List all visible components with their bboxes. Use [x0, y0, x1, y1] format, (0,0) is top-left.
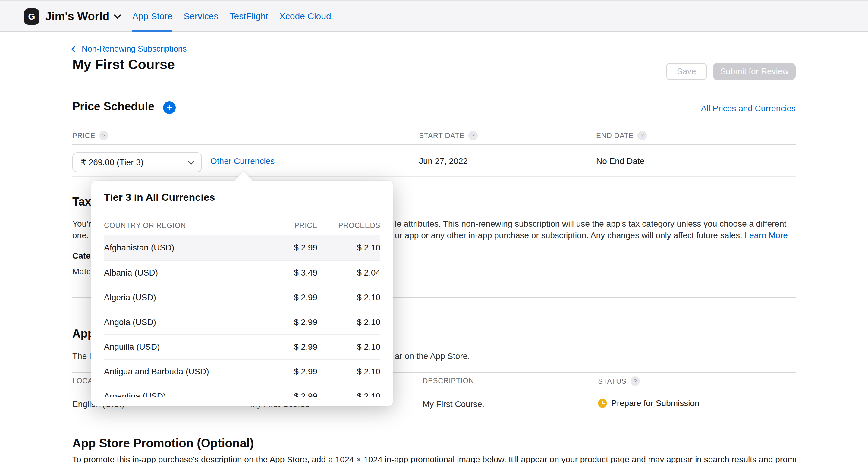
price-cell: $ 2.99	[269, 392, 317, 397]
tab-testflight[interactable]: TestFlight	[229, 1, 268, 32]
promotion-paragraph-clipped: To promote this in-app purchase's descri…	[72, 455, 796, 463]
proceeds-cell: $ 2.10	[317, 317, 380, 327]
chevron-down-icon	[114, 11, 121, 19]
proceeds-column-label: PROCEEDS	[317, 221, 380, 230]
proceeds-cell: $ 2.10	[317, 342, 380, 352]
proceeds-cell: $ 2.10	[317, 293, 380, 302]
table-row[interactable]: Antigua and Barbuda (USD) $ 2.99 $ 2.10	[104, 359, 380, 384]
start-date-value: Jun 27, 2022	[419, 156, 468, 166]
end-date-value: No End Date	[596, 156, 644, 166]
country-cell: Angola (USD)	[104, 317, 269, 327]
proceeds-cell: $ 2.10	[317, 392, 380, 397]
price-cell: $ 2.99	[269, 243, 317, 253]
popover-title-divider	[104, 212, 380, 212]
price-cell: $ 2.99	[269, 342, 317, 352]
top-navigation-bar: G Jim's World App Store Services TestFli…	[0, 0, 868, 32]
country-column-label: COUNTRY OR REGION	[104, 221, 269, 230]
table-row[interactable]: Algeria (USD) $ 2.99 $ 2.10	[104, 285, 380, 310]
all-prices-and-currencies-link[interactable]: All Prices and Currencies	[701, 104, 796, 113]
tab-app-store[interactable]: App Store	[132, 1, 173, 32]
tax-paragraph-right-line2: ur app or any other in-app purchase or s…	[395, 230, 788, 240]
price-column-label: PRICE	[269, 221, 317, 230]
price-column-label: PRICE	[72, 131, 95, 140]
tax-paragraph-right-line1: le attributes. This non-renewing subscri…	[395, 219, 786, 229]
description-column-label: DESCRIPTION	[423, 376, 474, 385]
column-header-end-date: END DATE ?	[596, 131, 647, 140]
localizations-paragraph-right: ar on the App Store.	[395, 351, 470, 361]
table-row[interactable]: Albania (USD) $ 3.49 $ 2.04	[104, 260, 380, 285]
status-column-label: STATUS	[598, 377, 627, 385]
column-header-status: STATUS ?	[598, 376, 640, 386]
help-icon[interactable]: ?	[468, 131, 478, 140]
country-cell: Argentina (USD)	[104, 392, 269, 397]
status-badge: Prepare for Submission	[598, 399, 700, 408]
column-header-description: DESCRIPTION	[423, 376, 474, 385]
tax-section-heading: Tax	[72, 195, 91, 208]
proceeds-cell: $ 2.04	[317, 268, 380, 278]
column-header-localization: LOCA	[72, 376, 93, 385]
team-avatar-letter: G	[28, 11, 35, 22]
table-header-divider	[72, 144, 796, 145]
table-row[interactable]: Argentina (USD) $ 2.99 $ 2.10	[104, 384, 380, 397]
tax-right-line2-text: ur app or any other in-app purchase or s…	[395, 230, 742, 240]
chevron-left-icon	[71, 46, 78, 53]
nav-tabs: App Store Services TestFlight Xcode Clou…	[132, 1, 331, 32]
plus-icon: +	[167, 102, 173, 112]
help-icon[interactable]: ?	[638, 131, 647, 140]
popover-content: Tier 3 in All Currencies COUNTRY OR REGI…	[91, 181, 393, 406]
tax-paragraph-line1: You'r	[72, 219, 91, 229]
tax-category-value: Matc	[72, 267, 91, 276]
popover-column-headers: COUNTRY OR REGION PRICE PROCEEDS	[104, 217, 380, 234]
app-store-connect-page: G Jim's World App Store Services TestFli…	[0, 0, 868, 463]
localizations-row-divider	[72, 424, 796, 425]
header-divider	[72, 90, 796, 90]
promotion-heading: App Store Promotion (Optional)	[72, 436, 254, 450]
breadcrumb-label: Non-Renewing Subscriptions	[82, 44, 187, 54]
team-avatar[interactable]: G	[24, 8, 39, 25]
price-cell: $ 2.99	[269, 317, 317, 327]
country-cell: Afghanistan (USD)	[104, 243, 269, 253]
page-title: My First Course	[72, 57, 175, 72]
breadcrumb[interactable]: Non-Renewing Subscriptions	[72, 44, 187, 54]
column-header-start-date: START DATE ?	[419, 131, 478, 140]
proceeds-cell: $ 2.10	[317, 367, 380, 376]
country-cell: Algeria (USD)	[104, 293, 269, 302]
tab-services[interactable]: Services	[184, 1, 218, 32]
price-schedule-heading: Price Schedule	[72, 100, 154, 113]
price-cell: $ 2.99	[269, 293, 317, 302]
help-icon[interactable]: ?	[630, 376, 640, 386]
table-row[interactable]: Anguilla (USD) $ 2.99 $ 2.10	[104, 334, 380, 359]
all-currencies-popover: Tier 3 in All Currencies COUNTRY OR REGI…	[91, 181, 393, 406]
column-header-price: PRICE ?	[72, 131, 108, 140]
chevron-down-icon	[188, 158, 194, 164]
price-cell: $ 2.99	[269, 367, 317, 376]
proceeds-cell: $ 2.10	[317, 243, 380, 253]
country-cell: Antigua and Barbuda (USD)	[104, 367, 269, 376]
price-row-divider	[72, 176, 796, 177]
country-cell: Anguilla (USD)	[104, 342, 269, 352]
team-switcher[interactable]: Jim's World	[45, 1, 120, 32]
learn-more-link[interactable]: Learn More	[745, 230, 788, 240]
table-row[interactable]: Angola (USD) $ 2.99 $ 2.10	[104, 310, 380, 334]
localization-column-label: LOCA	[72, 376, 93, 385]
currency-table[interactable]: Afghanistan (USD) $ 2.99 $ 2.10 Albania …	[104, 236, 380, 397]
submit-for-review-button[interactable]: Submit for Review	[713, 63, 796, 80]
tax-paragraph-line2: one.	[72, 230, 89, 240]
country-cell: Albania (USD)	[104, 268, 269, 278]
pending-clock-icon	[598, 399, 607, 408]
end-date-column-label: END DATE	[596, 131, 633, 140]
localizations-paragraph: The l	[72, 351, 91, 361]
tab-xcode-cloud[interactable]: Xcode Cloud	[279, 1, 331, 32]
add-price-button[interactable]: +	[163, 101, 176, 114]
save-button[interactable]: Save	[666, 63, 707, 80]
popover-title: Tier 3 in All Currencies	[104, 191, 215, 203]
localization-description: My First Course.	[423, 399, 484, 409]
team-name: Jim's World	[45, 10, 110, 23]
price-cell: $ 3.49	[269, 268, 317, 278]
start-date-column-label: START DATE	[419, 131, 464, 140]
table-row[interactable]: Afghanistan (USD) $ 2.99 $ 2.10	[104, 236, 380, 260]
other-currencies-link[interactable]: Other Currencies	[210, 156, 275, 166]
status-text: Prepare for Submission	[611, 399, 700, 408]
help-icon[interactable]: ?	[99, 131, 108, 140]
price-tier-dropdown[interactable]: ₹ 269.00 (Tier 3)	[72, 152, 202, 172]
